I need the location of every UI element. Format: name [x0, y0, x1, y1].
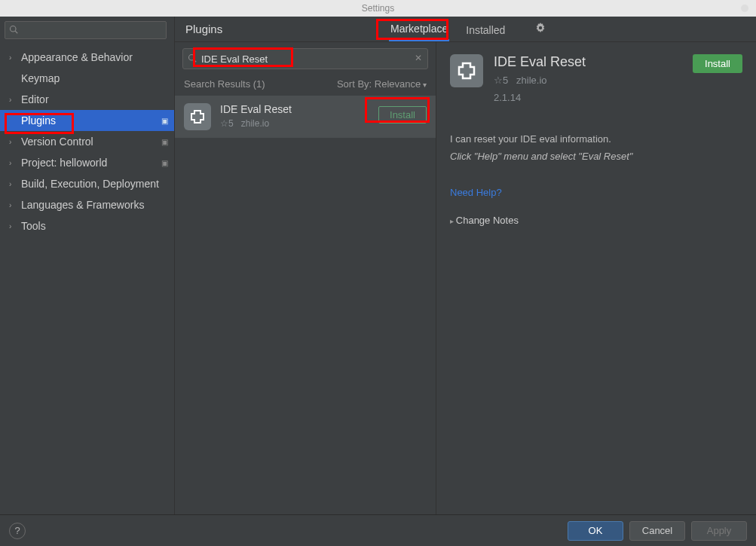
plugin-detail-panel: IDE Eval Reset ☆5 zhile.io 2.1.14 Instal…	[436, 42, 756, 514]
tab-installed[interactable]: Installed	[464, 18, 507, 41]
tree-item-editor[interactable]: ›Editor	[0, 89, 174, 110]
page-title: Plugins	[185, 23, 329, 35]
svg-point-2	[189, 55, 195, 61]
tree-item-project[interactable]: ›Project: helloworld ▣	[0, 152, 174, 173]
tree-item-appearance[interactable]: ›Appearance & Behavior	[0, 47, 174, 68]
project-tag-icon: ▣	[161, 159, 168, 167]
plugin-icon	[450, 54, 483, 87]
plugin-vendor: zhile.io	[241, 118, 269, 129]
tree-item-label: Build, Execution, Deployment	[21, 178, 159, 190]
window-title: Settings	[362, 3, 394, 14]
plugin-description-line: Click "Help" menu and select "Eval Reset…	[450, 148, 742, 165]
tree-item-label: Keymap	[21, 72, 60, 84]
need-help-link[interactable]: Need Help?	[450, 187, 502, 198]
search-icon	[9, 25, 18, 36]
plugin-rating: ☆5	[220, 118, 234, 129]
content-panel: Plugins Marketplace Installed ✕	[175, 17, 756, 514]
help-button[interactable]: ?	[9, 523, 26, 539]
close-icon[interactable]	[741, 5, 748, 12]
tree-item-label: Appearance & Behavior	[21, 51, 133, 63]
svg-point-0	[11, 26, 17, 32]
plugin-result-name: IDE Eval Reset	[220, 103, 369, 115]
plugin-result-item[interactable]: IDE Eval Reset ☆5 zhile.io Install	[175, 96, 436, 138]
plugin-detail-title: IDE Eval Reset	[494, 54, 682, 70]
install-button[interactable]: Install	[693, 54, 742, 73]
clear-icon[interactable]: ✕	[415, 53, 422, 63]
title-bar: Settings	[0, 0, 756, 17]
dialog-footer: ? OK Cancel Apply	[0, 514, 756, 546]
svg-line-1	[15, 31, 17, 33]
sort-by-dropdown[interactable]: Sort By: Relevance	[337, 78, 427, 90]
ok-button[interactable]: OK	[568, 521, 623, 541]
sidebar-search-input[interactable]	[5, 21, 167, 39]
project-tag-icon: ▣	[161, 138, 168, 146]
svg-line-3	[194, 59, 196, 62]
tree-item-label: Languages & Frameworks	[21, 199, 144, 211]
tree-item-languages[interactable]: ›Languages & Frameworks	[0, 194, 174, 215]
plugin-description-line: I can reset your IDE eval information.	[450, 130, 742, 148]
tree-item-label: Project: helloworld	[21, 157, 107, 169]
plugin-search-input[interactable]	[182, 48, 428, 69]
gear-icon[interactable]	[535, 23, 546, 35]
tree-item-version-control[interactable]: ›Version Control ▣	[0, 131, 174, 152]
cancel-button[interactable]: Cancel	[629, 521, 685, 541]
project-tag-icon: ▣	[161, 117, 168, 125]
tree-item-plugins[interactable]: ›Plugins ▣	[0, 110, 174, 131]
install-button[interactable]: Install	[378, 106, 427, 124]
search-results-panel: ✕ Search Results (1) Sort By: Relevance …	[175, 42, 436, 514]
settings-sidebar: ›Appearance & Behavior ›Keymap ›Editor ›…	[0, 17, 175, 514]
tree-item-tools[interactable]: ›Tools	[0, 215, 174, 236]
plugin-version: 2.1.14	[494, 92, 682, 103]
plugin-icon	[184, 103, 211, 130]
search-icon	[188, 53, 197, 65]
tree-item-build[interactable]: ›Build, Execution, Deployment	[0, 173, 174, 194]
tree-item-keymap[interactable]: ›Keymap	[0, 68, 174, 89]
tree-item-label: Tools	[21, 220, 46, 232]
plugin-vendor: zhile.io	[516, 75, 546, 86]
plugin-rating: ☆5	[494, 75, 508, 86]
apply-button: Apply	[691, 521, 747, 541]
tree-item-label: Plugins	[21, 114, 56, 127]
tree-item-label: Version Control	[21, 136, 93, 148]
tab-marketplace[interactable]: Marketplace	[389, 17, 449, 41]
change-notes-toggle[interactable]: Change Notes	[450, 215, 742, 226]
results-count: Search Results (1)	[184, 78, 265, 90]
tree-item-label: Editor	[21, 93, 49, 105]
settings-tree: ›Appearance & Behavior ›Keymap ›Editor ›…	[0, 44, 174, 514]
